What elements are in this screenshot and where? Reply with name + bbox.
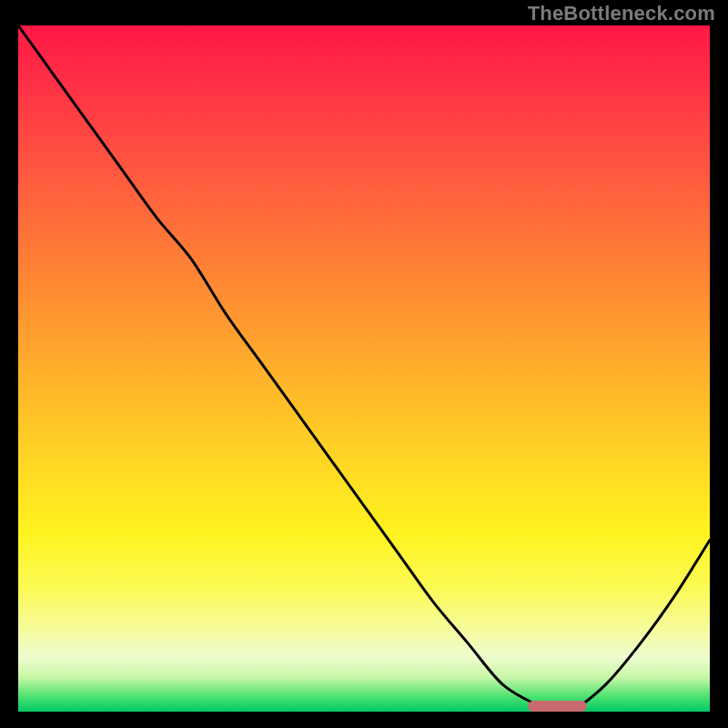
bottleneck-curve <box>18 25 710 712</box>
plot-area <box>18 25 710 712</box>
curve-path <box>18 25 710 712</box>
chart-container: TheBottleneck.com <box>0 0 728 728</box>
optimal-range-marker <box>528 701 587 712</box>
watermark-text: TheBottleneck.com <box>528 2 715 25</box>
